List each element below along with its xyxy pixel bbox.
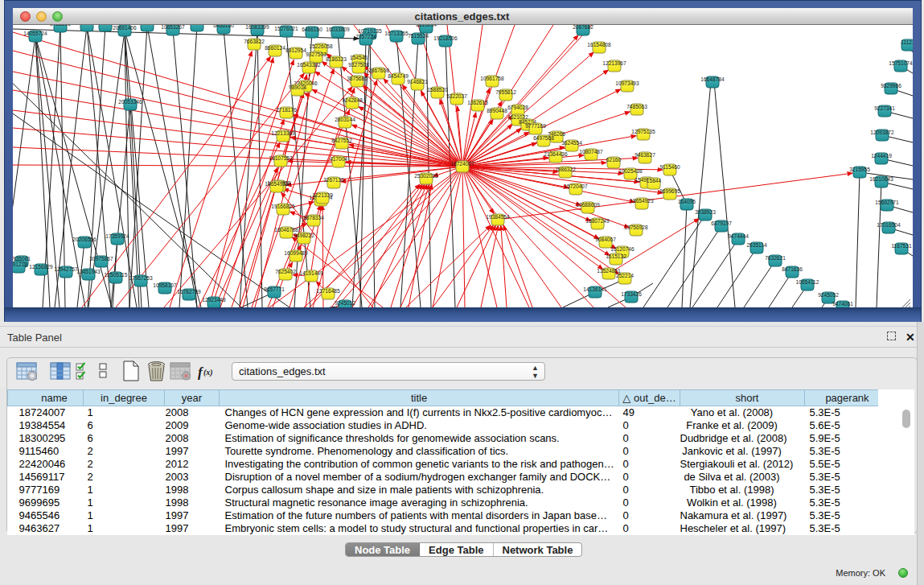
- svg-text:3938923: 3938923: [695, 209, 716, 215]
- svg-text:2465103: 2465103: [50, 25, 71, 27]
- svg-text:9115460: 9115460: [659, 164, 680, 170]
- svg-text:9329966: 9329966: [881, 83, 901, 89]
- svg-text:20691406: 20691406: [113, 25, 137, 31]
- svg-text:16083399: 16083399: [245, 25, 269, 30]
- svg-text:9084067: 9084067: [595, 237, 616, 242]
- svg-text:2935114: 2935114: [746, 242, 767, 248]
- svg-text:9474444: 9474444: [728, 233, 749, 239]
- svg-text:1362615: 1362615: [467, 100, 488, 105]
- svg-text:3624554: 3624554: [561, 140, 582, 146]
- svg-text:7625402: 7625402: [275, 269, 296, 274]
- svg-text:2867608: 2867608: [368, 68, 389, 73]
- svg-text:2087682: 2087682: [573, 25, 593, 30]
- svg-text:(x): (x): [203, 368, 213, 377]
- svg-text:19218506: 19218506: [433, 35, 458, 41]
- svg-text:16099489: 16099489: [284, 250, 308, 256]
- svg-text:15751074: 15751074: [889, 60, 913, 66]
- svg-text:12213967: 12213967: [602, 60, 626, 66]
- svg-text:7485063: 7485063: [626, 104, 647, 109]
- svg-text:7955812: 7955812: [495, 89, 516, 95]
- svg-text:20053346: 20053346: [118, 99, 142, 105]
- svg-text:10025438: 10025438: [618, 168, 643, 174]
- svg-text:8990448: 8990448: [487, 108, 507, 113]
- svg-text:62160: 62160: [606, 157, 622, 163]
- svg-text:10688609: 10688609: [576, 202, 600, 208]
- svg-text:1615132: 1615132: [606, 253, 626, 259]
- svg-text:19654933: 19654933: [265, 181, 289, 187]
- svg-text:12505115: 12505115: [105, 272, 128, 278]
- svg-text:20206556: 20206556: [72, 237, 97, 242]
- svg-text:17016504: 17016504: [877, 222, 901, 228]
- svg-text:12156829: 12156829: [29, 264, 53, 270]
- svg-text:1167531: 1167531: [891, 243, 912, 249]
- svg-text:12942757: 12942757: [54, 266, 78, 272]
- svg-text:17957253: 17957253: [129, 275, 153, 281]
- svg-text:19756928: 19756928: [624, 225, 648, 230]
- svg-text:10961758: 10961758: [480, 76, 504, 81]
- svg-text:9699695: 9699695: [659, 188, 680, 194]
- svg-text:10653267: 10653267: [161, 25, 185, 30]
- svg-text:8471636: 8471636: [782, 266, 803, 272]
- svg-text:6466160: 6466160: [213, 25, 234, 28]
- svg-text:1221339: 1221339: [312, 192, 333, 198]
- svg-text:16543382: 16543382: [297, 62, 321, 68]
- svg-text:8186323: 8186323: [326, 56, 347, 62]
- svg-text:14191449: 14191449: [299, 270, 323, 276]
- svg-text:18654923: 18654923: [630, 198, 654, 204]
- svg-text:10807487: 10807487: [579, 149, 603, 154]
- svg-text:9327503: 9327503: [306, 51, 326, 57]
- svg-text:15692971: 15692971: [875, 200, 899, 205]
- svg-text:10654112: 10654112: [796, 279, 819, 285]
- svg-text:9463627: 9463627: [634, 152, 655, 158]
- svg-text:9245012: 9245012: [335, 300, 355, 306]
- svg-text:2803144: 2803144: [335, 117, 355, 122]
- svg-text:8912954: 8912954: [285, 47, 306, 53]
- svg-text:7986322: 7986322: [555, 167, 576, 172]
- svg-text:8454749: 8454749: [388, 73, 409, 79]
- svg-text:3215955: 3215955: [849, 167, 870, 172]
- svg-text:7357224: 7357224: [355, 34, 376, 39]
- svg-text:13451943: 13451943: [76, 269, 101, 274]
- svg-text:1588520: 1588520: [427, 87, 448, 93]
- svg-text:3267130: 3267130: [323, 177, 344, 183]
- svg-text:7515524: 7515524: [408, 33, 429, 39]
- svg-text:8813054: 8813054: [416, 25, 437, 27]
- svg-text:9245052: 9245052: [818, 292, 839, 298]
- svg-text:10970331: 10970331: [135, 25, 159, 26]
- svg-text:11121: 11121: [901, 39, 913, 45]
- svg-text:12923448: 12923448: [202, 297, 226, 303]
- svg-text:14136141: 14136141: [583, 286, 607, 292]
- svg-text:154546: 154546: [350, 55, 368, 60]
- svg-text:164095: 164095: [678, 199, 696, 204]
- svg-text:252214: 252214: [616, 273, 634, 278]
- svg-text:19166825: 19166825: [271, 204, 295, 209]
- svg-text:6794028: 6794028: [507, 105, 528, 110]
- svg-text:30975867: 30975867: [89, 256, 113, 262]
- svg-text:9227341: 9227341: [874, 105, 895, 111]
- svg-text:3875685: 3875685: [347, 76, 368, 81]
- svg-text:7632621: 7632621: [765, 255, 786, 261]
- svg-text:6466160: 6466160: [302, 27, 322, 32]
- svg-text:18807249: 18807249: [585, 218, 610, 224]
- svg-text:9146821: 9146821: [407, 79, 428, 84]
- svg-text:7663822: 7663822: [244, 39, 265, 44]
- svg-text:1244419: 1244419: [871, 153, 892, 159]
- svg-text:16107553: 16107553: [269, 155, 293, 161]
- svg-text:12093872: 12093872: [870, 130, 894, 135]
- svg-text:16782759: 16782759: [177, 289, 201, 295]
- svg-text:10973493: 10973493: [615, 80, 639, 86]
- svg-text:17359924: 17359924: [105, 233, 129, 239]
- svg-text:6497568: 6497568: [533, 135, 554, 141]
- svg-text:8660124: 8660124: [265, 45, 285, 51]
- svg-text:10719135: 10719135: [358, 28, 382, 34]
- svg-text:15720407: 15720407: [564, 183, 588, 189]
- svg-text:8427552: 8427552: [331, 138, 352, 143]
- svg-text:16154808: 16154808: [587, 42, 611, 47]
- svg-text:5322037: 5322037: [446, 93, 467, 99]
- svg-text:12975135: 12975135: [631, 129, 655, 134]
- svg-text:15276021: 15276021: [274, 26, 298, 31]
- svg-text:16046788: 16046788: [274, 227, 298, 233]
- svg-text:15226058: 15226058: [309, 43, 333, 49]
- svg-text:16648784: 16648784: [700, 76, 725, 82]
- svg-text:19384554: 19384554: [486, 214, 510, 220]
